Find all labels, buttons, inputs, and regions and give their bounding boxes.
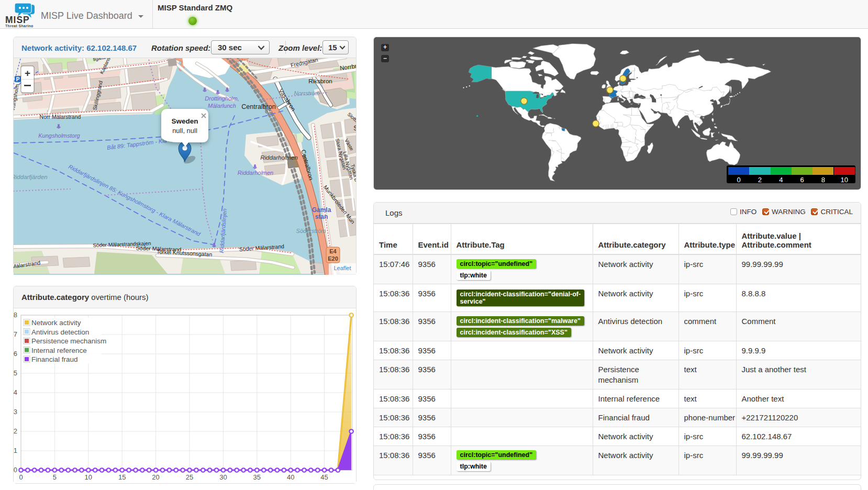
svg-text:0: 0 [19,473,23,481]
svg-text:10: 10 [85,473,92,481]
svg-text:stan: stan [315,213,328,220]
svg-text:P: P [16,76,20,82]
svg-text:Financial fraud: Financial fraud [31,355,78,363]
svg-text:5: 5 [53,473,57,481]
svg-text:5: 5 [14,369,17,377]
svg-text:Centralbron: Centralbron [241,103,275,110]
svg-text:25: 25 [186,473,193,481]
svg-text:E20: E20 [328,255,338,262]
svg-text:1: 1 [14,447,17,454]
svg-text:+: + [25,68,30,79]
svg-text:Gamla: Gamla [312,206,331,214]
svg-text:20: 20 [152,473,159,481]
svg-text:Persistence mechanism: Persistence mechanism [31,337,106,345]
svg-text:0: 0 [14,466,17,474]
svg-text:Norrström: Norrström [294,90,320,96]
svg-text:Threat Sharing: Threat Sharing [5,24,34,28]
svg-text:Drottingholm,: Drottingholm, [205,95,239,102]
svg-text:35: 35 [253,473,261,481]
svg-text:40: 40 [287,473,294,481]
svg-text:Norr Mälarstrand: Norr Mälarstrand [40,114,81,120]
svg-text:2: 2 [14,427,17,435]
svg-text:Mälarlunch: Mälarlunch [208,103,236,109]
svg-text:St: St [353,125,356,132]
svg-text:Riddarholmen: Riddarholmen [260,154,298,161]
svg-text:Network activity: Network activity [31,319,81,327]
svg-text:Kungsholmstorg: Kungsholmstorg [38,132,80,139]
svg-text:30: 30 [219,473,227,481]
svg-text:6: 6 [14,350,17,358]
svg-text:45: 45 [320,473,328,481]
svg-text:Riksbron: Riksbron [308,78,332,84]
svg-text:Internal reference: Internal reference [31,347,87,354]
svg-text:Riddarfjärden: Riddarfjärden [14,174,48,180]
svg-text:Riddarholmen: Riddarholmen [238,170,273,176]
svg-text:Leaflet: Leaflet [333,265,351,271]
svg-text:E4: E4 [329,248,337,254]
svg-text:8: 8 [14,311,17,319]
svg-text:Antivirus detection: Antivirus detection [31,328,89,336]
svg-text:4: 4 [14,388,17,396]
svg-text:7: 7 [14,330,17,338]
svg-text:3: 3 [14,408,17,416]
svg-text:Söderström: Söderström [296,228,326,234]
svg-text:null, null: null, null [172,127,197,135]
svg-text:Sweden: Sweden [171,117,198,125]
svg-text:15: 15 [118,473,126,481]
